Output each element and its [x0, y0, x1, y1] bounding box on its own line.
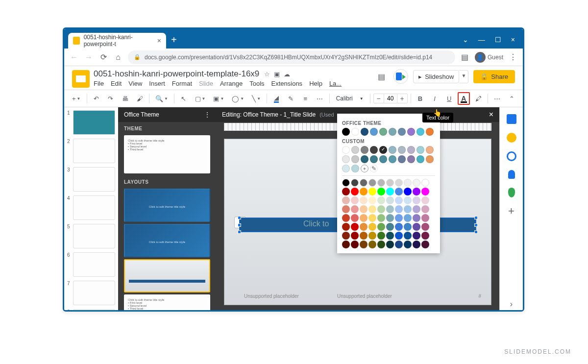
color-swatch[interactable]: [360, 232, 368, 240]
get-addons-button[interactable]: +: [507, 206, 516, 216]
slide-thumbnail[interactable]: [73, 110, 115, 135]
color-swatch[interactable]: [395, 205, 403, 213]
color-swatch[interactable]: [416, 128, 424, 136]
back-button[interactable]: ←: [69, 53, 79, 62]
slides-logo-icon[interactable]: [72, 70, 90, 88]
color-swatch[interactable]: [404, 232, 412, 240]
color-swatch[interactable]: [421, 214, 429, 222]
zoom-button[interactable]: 🔍▼: [152, 92, 171, 105]
color-swatch[interactable]: [351, 179, 359, 187]
color-swatch[interactable]: [413, 232, 420, 240]
color-swatch[interactable]: [377, 179, 385, 187]
color-swatch[interactable]: [351, 223, 359, 231]
slide-thumbnail[interactable]: [73, 281, 115, 305]
color-swatch[interactable]: [416, 155, 424, 163]
color-swatch[interactable]: [421, 223, 429, 231]
color-swatch[interactable]: [342, 128, 350, 136]
color-swatch[interactable]: [395, 179, 403, 187]
select-tool[interactable]: ↖: [177, 92, 190, 105]
comment-history-icon[interactable]: ▤: [374, 69, 389, 84]
color-swatch[interactable]: [368, 205, 376, 213]
color-swatch[interactable]: [386, 223, 394, 231]
color-swatch[interactable]: [370, 155, 378, 163]
color-swatch[interactable]: [377, 232, 385, 240]
color-swatch[interactable]: [342, 146, 350, 154]
layout-thumb[interactable]: Click to edit theme title style: [124, 189, 210, 222]
undo-button[interactable]: ↶: [90, 92, 103, 105]
color-swatch[interactable]: [426, 146, 434, 154]
menu-arrange[interactable]: Arrange: [220, 80, 243, 87]
keep-addon-icon[interactable]: [507, 133, 516, 143]
color-swatch[interactable]: [377, 223, 385, 231]
color-swatch[interactable]: [386, 196, 394, 204]
document-title[interactable]: 0051-hoshin-kanri-powerpoint-template-16…: [94, 69, 259, 79]
color-swatch[interactable]: [342, 241, 350, 248]
menu-extensions[interactable]: Extensions: [271, 80, 303, 87]
maps-addon-icon[interactable]: [508, 188, 515, 197]
color-swatch[interactable]: [342, 196, 350, 204]
color-swatch[interactable]: [377, 241, 385, 248]
color-swatch[interactable]: [398, 146, 406, 154]
font-size-decrease[interactable]: −: [374, 95, 384, 102]
textbox-tool[interactable]: ▢▼: [192, 92, 209, 105]
italic-button[interactable]: I: [428, 92, 441, 105]
tasks-addon-icon[interactable]: [507, 151, 516, 161]
color-swatch[interactable]: [395, 214, 403, 222]
color-swatch[interactable]: [368, 179, 376, 187]
color-swatch[interactable]: [377, 214, 385, 222]
color-swatch[interactable]: [386, 188, 394, 195]
menu-tools[interactable]: Tools: [249, 80, 264, 87]
kebab-menu-icon[interactable]: ⋮: [508, 52, 518, 62]
color-swatch[interactable]: [370, 146, 378, 154]
forward-button[interactable]: →: [84, 53, 94, 62]
new-slide-button[interactable]: +▼: [69, 92, 84, 105]
color-swatch[interactable]: [370, 128, 378, 136]
slide-thumbnail[interactable]: [73, 139, 115, 163]
color-swatch[interactable]: [360, 214, 368, 222]
color-swatch[interactable]: [342, 179, 350, 187]
collapse-toolbar-button[interactable]: ⌃: [505, 92, 518, 105]
color-swatch[interactable]: [398, 128, 406, 136]
color-swatch[interactable]: [404, 196, 412, 204]
close-window-icon[interactable]: ×: [511, 36, 515, 44]
color-swatch[interactable]: [351, 146, 359, 154]
menu-file[interactable]: File: [94, 80, 104, 87]
color-swatch[interactable]: [386, 214, 394, 222]
color-swatch[interactable]: [342, 232, 350, 240]
color-swatch[interactable]: [360, 223, 368, 231]
color-swatch[interactable]: [386, 205, 394, 213]
color-swatch[interactable]: [389, 155, 396, 163]
bold-button[interactable]: B: [414, 92, 427, 105]
color-swatch[interactable]: [386, 241, 394, 248]
color-swatch[interactable]: [351, 214, 359, 222]
calendar-addon-icon[interactable]: [507, 114, 516, 124]
border-dash-button[interactable]: ⋯: [314, 92, 326, 105]
tab-close-icon[interactable]: ×: [157, 37, 161, 45]
slideshow-button[interactable]: ▸ Slideshow: [413, 70, 459, 83]
underline-button[interactable]: U: [443, 92, 456, 105]
slide-thumbnail[interactable]: [73, 167, 115, 192]
color-swatch[interactable]: [413, 205, 420, 213]
color-swatch[interactable]: [361, 146, 368, 154]
add-custom-color-button[interactable]: +: [361, 165, 368, 172]
font-size-increase[interactable]: +: [397, 95, 407, 102]
color-swatch[interactable]: [389, 146, 396, 154]
fill-color-button[interactable]: ◢: [270, 92, 283, 105]
color-swatch[interactable]: [421, 188, 429, 195]
image-tool[interactable]: ▣▼: [210, 92, 227, 105]
menu-format[interactable]: Format: [172, 80, 192, 87]
menu-help[interactable]: Help: [309, 80, 322, 87]
color-swatch[interactable]: [361, 128, 368, 136]
url-field[interactable]: 🔒 docs.google.com/presentation/d/1Vs8x22…: [128, 50, 455, 64]
cloud-status-icon[interactable]: ☁: [284, 71, 290, 78]
color-swatch[interactable]: [395, 196, 403, 204]
layout-thumb[interactable]: Click to edit theme title style: [124, 224, 210, 257]
layout-thumb-selected[interactable]: [124, 259, 210, 292]
color-swatch[interactable]: [413, 241, 420, 248]
redo-button[interactable]: ↷: [104, 92, 117, 105]
color-swatch[interactable]: [413, 214, 420, 222]
color-swatch[interactable]: [407, 128, 415, 136]
font-size-value[interactable]: 40: [384, 94, 397, 103]
color-swatch[interactable]: [351, 128, 359, 136]
slide-thumbnail[interactable]: [73, 252, 115, 277]
